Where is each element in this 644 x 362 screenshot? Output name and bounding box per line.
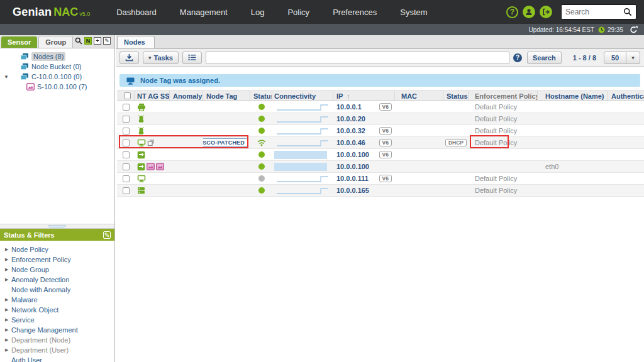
page-size-select[interactable]: 50	[604, 52, 626, 64]
filter-malware[interactable]: ▶ Malware	[0, 295, 114, 305]
expand-arrow-icon[interactable]: ▶	[5, 337, 11, 343]
menu-preferences[interactable]: Preferences	[333, 8, 377, 17]
tree-item-sensor-interface[interactable]: S-10.0.0.100 (7)	[0, 82, 114, 92]
header-status-2[interactable]: Status	[443, 91, 469, 101]
row-checkbox[interactable]	[123, 104, 130, 111]
tree-item-label[interactable]: C-10.0.0.100 (0)	[31, 73, 82, 80]
expand-arrow-icon[interactable]: ▶	[5, 277, 11, 282]
header-authenticate[interactable]: Authenticate	[608, 91, 644, 101]
row-checkbox[interactable]	[123, 163, 130, 170]
help-icon[interactable]: ?	[506, 6, 518, 18]
filter-department-node[interactable]: ▶ Department (Node)	[0, 335, 114, 345]
tree-item-label[interactable]: Node Bucket (0)	[31, 63, 81, 70]
tasks-button[interactable]: ▾ Tasks	[143, 52, 179, 64]
table-row[interactable]: 10.0.0.100 eth0	[117, 161, 644, 173]
header-mac[interactable]: MAC	[395, 91, 443, 101]
header-ip[interactable]: IP ↑	[333, 91, 395, 101]
menu-log[interactable]: Log	[251, 8, 265, 17]
table-row-annotated[interactable]: CISCO-PATCHED 10.0.0.46 V6 DHCP Default …	[117, 137, 644, 149]
sidebar-splitter[interactable]	[0, 224, 114, 229]
filter-label[interactable]: Change Management	[11, 326, 78, 334]
filter-label[interactable]: Department (User)	[11, 346, 69, 354]
brand-logo[interactable]: Genian NAC v5.0	[13, 6, 90, 19]
filter-change-management[interactable]: ▶ Change Management	[0, 325, 114, 335]
tree-expand-icon[interactable]: ▼	[4, 74, 10, 80]
edit-filters-icon[interactable]: ✎	[103, 231, 111, 239]
menu-management[interactable]: Management	[180, 8, 228, 17]
node-ip[interactable]: 10.0.0.100	[336, 151, 369, 158]
header-nt-ag-ss[interactable]: NT AG SS	[135, 91, 170, 101]
header-status[interactable]: Status	[250, 91, 272, 101]
header-anomaly[interactable]: Anomaly	[170, 91, 203, 101]
expand-arrow-icon[interactable]: ▶	[5, 348, 11, 353]
splitter-handle-icon[interactable]	[48, 225, 66, 228]
page-size-caret-icon[interactable]: ▾	[626, 52, 640, 64]
row-checkbox[interactable]	[123, 128, 130, 134]
filter-node-group[interactable]: ▶ Node Group	[0, 265, 114, 275]
expand-arrow-icon[interactable]: ▶	[5, 247, 11, 252]
node-ip[interactable]: 10.0.0.46	[336, 139, 365, 146]
node-ip[interactable]: 10.0.0.1	[336, 103, 362, 111]
header-connectivity[interactable]: Connectivity	[272, 91, 333, 101]
header-enforcement-policy[interactable]: Enforcement Policy	[469, 91, 538, 101]
table-row[interactable]: 10.0.0.32 V6 Default Policy	[117, 125, 644, 137]
filter-anomaly-detection[interactable]: ▶ Anomaly Detection	[0, 275, 114, 285]
filter-node-policy[interactable]: ▶ Node Policy	[0, 244, 114, 255]
global-search-input[interactable]	[565, 8, 623, 16]
node-ip[interactable]: 10.0.0.111	[336, 175, 369, 182]
tree-item-node-bucket[interactable]: Node Bucket (0)	[0, 62, 114, 72]
new-node-icon[interactable]: N	[84, 37, 92, 45]
row-checkbox[interactable]	[123, 140, 130, 146]
tree-item-label[interactable]: S-10.0.0.100 (7)	[37, 83, 87, 90]
filter-label[interactable]: Node Group	[11, 266, 49, 273]
tree-search-icon[interactable]	[75, 37, 82, 45]
table-row[interactable]: 10.0.0.100 V6	[117, 149, 644, 161]
header-node-tag[interactable]: Node Tag	[203, 91, 250, 101]
menu-policy[interactable]: Policy	[287, 8, 309, 17]
node-ip[interactable]: 10.0.0.100	[336, 163, 369, 170]
row-checkbox[interactable]	[123, 116, 130, 123]
menu-dashboard[interactable]: Dashboard	[116, 8, 157, 17]
filter-label[interactable]: Department (Node)	[11, 336, 70, 344]
table-row[interactable]: 10.0.0.165 Default Policy	[117, 185, 644, 197]
row-checkbox[interactable]	[123, 187, 130, 194]
table-row[interactable]: 10.0.0.20 Default Policy	[117, 113, 644, 125]
edit-tree-icon[interactable]: ✎	[103, 37, 111, 45]
tab-group[interactable]: Group	[38, 36, 73, 48]
filter-label[interactable]: Service	[11, 316, 35, 324]
filter-auth-user[interactable]: Auth User	[0, 355, 114, 362]
export-button[interactable]	[119, 52, 139, 64]
filter-label[interactable]: Node with Anomaly	[11, 286, 70, 293]
header-hostname[interactable]: Hostname (Name)	[538, 91, 608, 101]
refresh-icon[interactable]	[630, 26, 638, 34]
expand-arrow-icon[interactable]: ▶	[5, 327, 11, 332]
filter-network-object[interactable]: ▶ Network Object	[0, 305, 114, 315]
filter-service[interactable]: ▶ Service	[0, 315, 114, 325]
filter-department-user[interactable]: ▶ Department (User)	[0, 345, 114, 355]
row-checkbox[interactable]	[123, 175, 130, 182]
search-button[interactable]: Search	[527, 52, 562, 64]
search-icon[interactable]	[623, 8, 632, 16]
tab-nodes[interactable]: Nodes	[117, 36, 155, 48]
table-row[interactable]: 10.0.0.1 V6 Default Policy	[117, 101, 644, 113]
filter-node-with-anomaly[interactable]: Node with Anomaly	[0, 285, 114, 295]
search-help-icon[interactable]: ?	[513, 53, 522, 62]
filter-label[interactable]: Network Object	[11, 306, 58, 314]
filter-label[interactable]: Anomaly Detection	[11, 276, 69, 283]
filter-label[interactable]: Enforcement Policy	[11, 256, 71, 263]
expand-arrow-icon[interactable]: ▶	[5, 317, 11, 322]
row-checkbox[interactable]	[123, 151, 130, 158]
expand-arrow-icon[interactable]: ▶	[5, 307, 11, 312]
tree-item-nodes[interactable]: Nodes (8)	[0, 52, 114, 62]
tree-item-label[interactable]: Nodes (8)	[31, 52, 65, 61]
tab-sensor[interactable]: Sensor	[1, 36, 37, 48]
tree-item-controller[interactable]: ▼ C-10.0.0.100 (0)	[0, 72, 114, 82]
node-ip[interactable]: 10.0.0.32	[336, 127, 365, 134]
filter-label[interactable]: Node Policy	[11, 246, 48, 253]
filter-label[interactable]: Malware	[11, 296, 38, 304]
node-filter-input[interactable]	[206, 52, 509, 64]
filter-label[interactable]: Auth User	[11, 356, 42, 362]
column-list-button[interactable]	[182, 52, 202, 64]
expand-arrow-icon[interactable]: ▶	[5, 297, 11, 302]
add-icon[interactable]: +	[94, 37, 101, 45]
